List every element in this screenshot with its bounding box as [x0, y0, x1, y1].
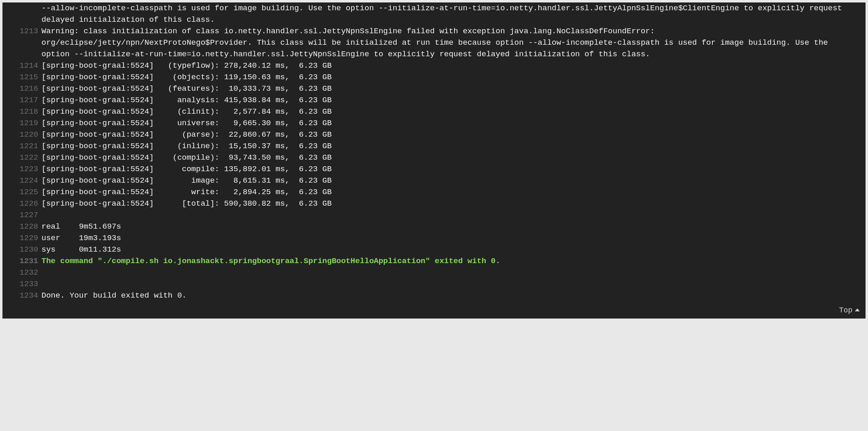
line-text [41, 280, 46, 289]
line-text: [spring-boot-graal:5524] compile: 135,89… [41, 165, 332, 174]
log-line[interactable]: 1227 [41, 209, 857, 221]
scroll-top-label: Top [839, 305, 852, 316]
line-text: [spring-boot-graal:5524] [total]: 590,38… [41, 199, 332, 208]
line-text: [spring-boot-graal:5524] (objects): 119,… [41, 73, 332, 82]
log-line[interactable]: 1226[spring-boot-graal:5524] [total]: 59… [41, 198, 857, 209]
log-line[interactable]: 1232 [41, 267, 857, 278]
log-line[interactable]: 1223[spring-boot-graal:5524] compile: 13… [41, 163, 857, 175]
line-text: Warning: class initialization of class i… [41, 27, 833, 59]
line-text: [spring-boot-graal:5524] (clinit): 2,577… [41, 107, 332, 116]
line-number: 1225 [17, 186, 38, 198]
line-text: [spring-boot-graal:5524] (inline): 15,15… [41, 142, 332, 151]
caret-up-icon [855, 305, 860, 316]
line-number: 1234 [17, 290, 38, 301]
line-number: 1222 [17, 152, 38, 163]
line-number: 1233 [17, 278, 38, 290]
line-number: 1229 [17, 232, 38, 244]
line-text [41, 211, 46, 220]
line-number: 1227 [17, 209, 38, 221]
log-line[interactable]: 1234Done. Your build exited with 0. [41, 290, 857, 301]
line-number: 1216 [17, 83, 38, 94]
log-line[interactable]: 1228real 9m51.697s [41, 221, 857, 232]
log-line[interactable]: 1217[spring-boot-graal:5524] analysis: 4… [41, 94, 857, 106]
line-text: [spring-boot-graal:5524] (parse): 22,860… [41, 130, 332, 139]
line-number: 1221 [17, 140, 38, 152]
log-line[interactable]: 1233 [41, 278, 857, 290]
line-number: 1226 [17, 198, 38, 209]
line-text: sys 0m11.312s [41, 245, 121, 254]
line-text [41, 268, 46, 277]
line-text: user 19m3.193s [41, 234, 121, 243]
line-text: [spring-boot-graal:5524] (typeflow): 278… [41, 61, 332, 70]
line-number: 1219 [17, 117, 38, 129]
line-number: 1228 [17, 221, 38, 232]
log-line[interactable]: 1215[spring-boot-graal:5524] (objects): … [41, 71, 857, 83]
line-text: [spring-boot-graal:5524] analysis: 415,9… [41, 96, 332, 105]
log-line[interactable]: 1213Warning: class initialization of cla… [41, 25, 857, 60]
line-number: 1213 [17, 25, 38, 37]
build-log-panel: --allow-incomplete-classpath is used for… [2, 2, 866, 319]
log-line[interactable]: 1230sys 0m11.312s [41, 244, 857, 255]
line-number: 1231 [17, 255, 38, 267]
line-number: 1220 [17, 129, 38, 140]
line-text: --allow-incomplete-classpath is used for… [41, 4, 847, 24]
line-text: [spring-boot-graal:5524] universe: 9,665… [41, 119, 332, 128]
line-text: Done. Your build exited with 0. [41, 291, 186, 300]
line-number: 1223 [17, 163, 38, 175]
line-text: [spring-boot-graal:5524] write: 2,894.25… [41, 188, 332, 197]
line-text: [spring-boot-graal:5524] (compile): 93,7… [41, 153, 332, 162]
line-number: 1215 [17, 71, 38, 83]
line-number: 1224 [17, 175, 38, 186]
line-text: [spring-boot-graal:5524] (features): 10,… [41, 84, 332, 93]
scroll-top-button[interactable]: Top [839, 305, 860, 316]
line-text: real 9m51.697s [41, 222, 121, 231]
line-text: [spring-boot-graal:5524] image: 8,615.31… [41, 176, 332, 185]
log-line[interactable]: 1231The command "./compile.sh io.jonasha… [41, 255, 857, 267]
line-number: 1217 [17, 94, 38, 106]
log-line[interactable]: 1220[spring-boot-graal:5524] (parse): 22… [41, 129, 857, 140]
log-line[interactable]: 1219[spring-boot-graal:5524] universe: 9… [41, 117, 857, 129]
log-line[interactable]: 1225[spring-boot-graal:5524] write: 2,89… [41, 186, 857, 198]
log-line[interactable]: 1214[spring-boot-graal:5524] (typeflow):… [41, 60, 857, 71]
line-number: 1232 [17, 267, 38, 278]
log-line[interactable]: 1216[spring-boot-graal:5524] (features):… [41, 83, 857, 94]
line-number: 1214 [17, 60, 38, 71]
line-number: 1230 [17, 244, 38, 255]
line-text: The command "./compile.sh io.jonashackt.… [41, 257, 500, 266]
log-line[interactable]: 1221[spring-boot-graal:5524] (inline): 1… [41, 140, 857, 152]
log-line[interactable]: 1222[spring-boot-graal:5524] (compile): … [41, 152, 857, 163]
log-line[interactable]: --allow-incomplete-classpath is used for… [41, 2, 857, 25]
log-line[interactable]: 1229user 19m3.193s [41, 232, 857, 244]
log-line[interactable]: 1224[spring-boot-graal:5524] image: 8,61… [41, 175, 857, 186]
log-line[interactable]: 1218[spring-boot-graal:5524] (clinit): 2… [41, 106, 857, 117]
build-log-body[interactable]: --allow-incomplete-classpath is used for… [2, 2, 866, 301]
line-number: 1218 [17, 106, 38, 117]
